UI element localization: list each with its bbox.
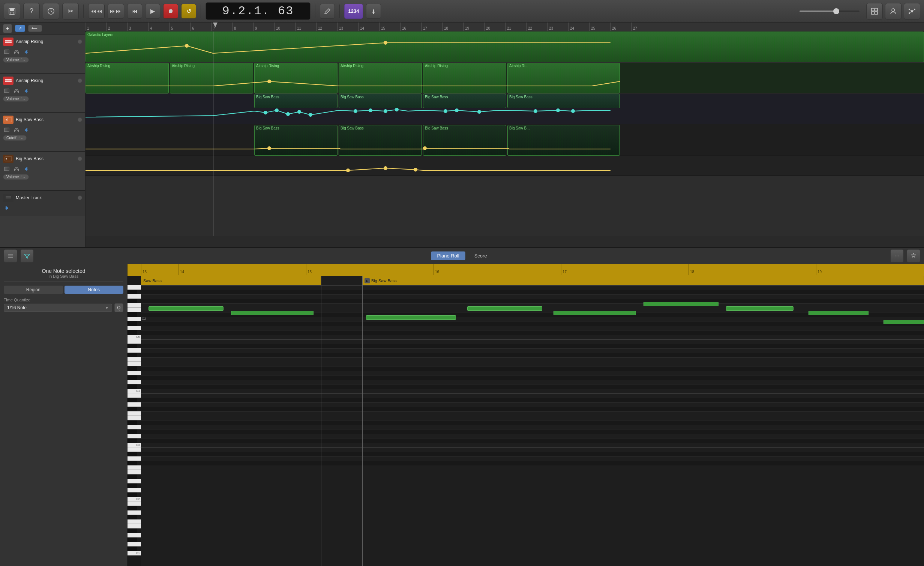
- key-count-button[interactable]: 1234: [344, 4, 363, 19]
- piano-key-Gb5[interactable]: [128, 308, 141, 312]
- track-1-freeze[interactable]: [22, 48, 30, 56]
- piano-key-G5[interactable]: [128, 303, 141, 308]
- piano-key-E5[interactable]: [128, 317, 141, 321]
- airship-rising-clip-3[interactable]: Airship Rising: [254, 63, 338, 93]
- track-3-headphones[interactable]: [13, 126, 20, 134]
- tracks-canvas[interactable]: Galactic Layers Airship Risin: [86, 32, 924, 236]
- pr-note-5[interactable]: [554, 311, 636, 315]
- piano-roll-notes[interactable]: Saw Bass ▶ Big Saw Bass: [141, 276, 924, 566]
- notes-tab[interactable]: Notes: [64, 286, 124, 294]
- track-1-headphones[interactable]: [13, 48, 20, 56]
- skip-back-button[interactable]: ⏮: [127, 4, 142, 19]
- piano-key-B4[interactable]: [128, 339, 141, 344]
- piano-key-A3[interactable]: [128, 402, 141, 407]
- track-2-freeze[interactable]: [22, 87, 30, 95]
- pr-note-1[interactable]: [148, 306, 224, 311]
- piano-key-A5[interactable]: [128, 294, 141, 299]
- piano-key-D3[interactable]: [128, 434, 141, 438]
- piano-key-Bb2[interactable]: [128, 452, 137, 456]
- piano-key-G2[interactable]: [128, 465, 141, 470]
- marquee-mode-button[interactable]: ⟵|: [28, 25, 42, 32]
- piano-key-Eb4[interactable]: [128, 375, 137, 380]
- piano-key-Eb3[interactable]: [128, 429, 137, 434]
- volume-slider[interactable]: [800, 11, 860, 12]
- piano-key-F2[interactable]: [128, 474, 137, 479]
- piano-key-F1[interactable]: [128, 528, 137, 533]
- cycle-button[interactable]: ↺: [181, 4, 196, 19]
- piano-key-E2[interactable]: [128, 479, 141, 483]
- score-tab[interactable]: Score: [468, 251, 493, 260]
- pr-note-9[interactable]: [884, 320, 924, 324]
- pr-note-8[interactable]: [808, 311, 868, 315]
- piano-key-A4[interactable]: [128, 348, 141, 353]
- piano-key-A1[interactable]: [128, 510, 141, 515]
- pencil-button[interactable]: [320, 4, 335, 19]
- piano-key-E3[interactable]: [128, 425, 141, 429]
- track-1-midi[interactable]: [3, 48, 10, 56]
- big-saw-bass-clip-1[interactable]: Big Saw Bass: [254, 94, 338, 108]
- piano-key-Ab1[interactable]: [128, 515, 137, 519]
- track-1-param[interactable]: Volume ⌃⌄: [3, 57, 29, 63]
- track-5-freeze[interactable]: [3, 204, 10, 212]
- big-saw-bass2-clip-4[interactable]: Big Saw B...: [507, 125, 620, 156]
- piano-key-Gb1[interactable]: [128, 524, 141, 528]
- piano-key-E4[interactable]: [128, 371, 141, 375]
- grid-button[interactable]: [866, 3, 883, 20]
- piano-key-Ab5[interactable]: [128, 299, 137, 303]
- piano-key-F4[interactable]: [128, 366, 137, 371]
- airship-rising-clip-1[interactable]: Airship Rising: [86, 63, 169, 93]
- piano-key-C3[interactable]: C3: [128, 443, 141, 447]
- piano-key-B2[interactable]: [128, 447, 141, 452]
- track-3-record[interactable]: [78, 117, 82, 122]
- piano-key-Gb3[interactable]: [128, 416, 141, 420]
- track-5-record[interactable]: [78, 196, 82, 200]
- record-button[interactable]: ⏺: [163, 4, 178, 19]
- airship-rising-clip-2[interactable]: Airship Rising: [170, 63, 253, 93]
- piano-key-Eb2[interactable]: [128, 483, 137, 488]
- piano-key-Ab4[interactable]: [128, 353, 137, 357]
- piano-key-Bb4[interactable]: [128, 344, 137, 348]
- piano-key-F5[interactable]: [128, 312, 137, 317]
- big-saw-bass-clip-4[interactable]: Big Saw Bass: [507, 94, 620, 108]
- pr-note-4[interactable]: [467, 306, 542, 311]
- piano-key-C5[interactable]: C5: [128, 335, 141, 339]
- track-4-headphones[interactable]: [13, 165, 20, 173]
- big-saw-bass2-clip-1[interactable]: Big Saw Bass: [254, 125, 338, 156]
- piano-key-Db5[interactable]: [128, 330, 137, 335]
- fast-forward-button[interactable]: ⏭⏭: [108, 4, 124, 19]
- track-2-headphones[interactable]: [13, 87, 20, 95]
- piano-key-Gb2[interactable]: [128, 470, 141, 474]
- piano-key-E1[interactable]: [128, 533, 141, 537]
- pointer-mode-button[interactable]: ↗: [15, 25, 25, 32]
- track-3-param[interactable]: Cutoff ⌃⌄: [3, 135, 27, 141]
- piano-key-Db4[interactable]: [128, 384, 137, 389]
- piano-roll-tab[interactable]: Piano Roll: [431, 251, 465, 260]
- editor-settings-btn[interactable]: [907, 249, 920, 263]
- region-tab[interactable]: Region: [4, 286, 63, 294]
- piano-key-G3[interactable]: [128, 411, 141, 416]
- editor-filter-btn[interactable]: [20, 249, 34, 263]
- add-track-button[interactable]: +: [3, 24, 12, 33]
- pr-note-7[interactable]: [726, 306, 794, 311]
- pr-note-2[interactable]: [231, 311, 314, 315]
- piano-key-B5[interactable]: [128, 285, 141, 290]
- piano-key-G1[interactable]: [128, 519, 141, 524]
- piano-key-Db3[interactable]: [128, 438, 137, 443]
- piano-key-Db1[interactable]: [128, 546, 137, 551]
- track-2-param[interactable]: Volume ⌃⌄: [3, 96, 29, 102]
- save-button[interactable]: [4, 3, 20, 20]
- rewind-button[interactable]: ⏮⏮: [88, 4, 105, 19]
- piano-key-C4[interactable]: C4: [128, 389, 141, 393]
- piano-key-Ab3[interactable]: [128, 407, 137, 411]
- track-4-param[interactable]: Volume ⌃⌄: [3, 174, 29, 180]
- big-saw-bass2-clip-3[interactable]: Big Saw Bass: [423, 125, 506, 156]
- network-button[interactable]: [904, 3, 920, 20]
- piano-key-Db2[interactable]: [128, 492, 137, 497]
- editor-list-btn[interactable]: [4, 249, 17, 263]
- pr-note-3[interactable]: [366, 315, 456, 320]
- piano-key-D1[interactable]: [128, 542, 141, 546]
- airship-rising-clip-4[interactable]: Airship Rising: [339, 63, 422, 93]
- piano-key-B3[interactable]: [128, 393, 141, 398]
- piano-key-Bb1[interactable]: [128, 506, 137, 510]
- piano-key-C1[interactable]: C1: [128, 551, 141, 555]
